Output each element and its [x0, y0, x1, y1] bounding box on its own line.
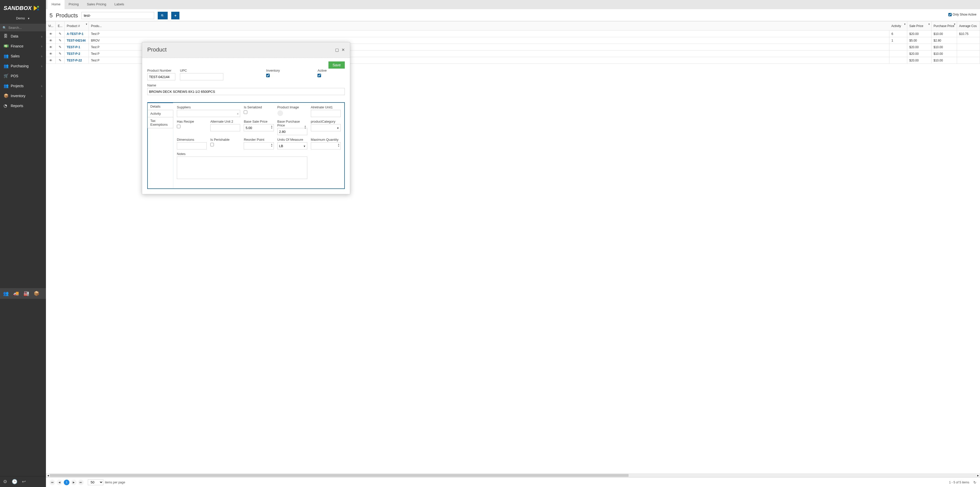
notes-textarea[interactable]: [177, 157, 307, 179]
search-button[interactable]: [158, 12, 168, 19]
tab-pricing[interactable]: Pricing: [65, 0, 83, 9]
upc-input[interactable]: [180, 73, 223, 80]
clock-icon[interactable]: [12, 479, 18, 484]
pager-current-page[interactable]: 1: [64, 480, 69, 485]
nav-item-sales[interactable]: Sales: [0, 51, 46, 61]
suppliers-input[interactable]: [177, 110, 240, 117]
dimensions-input[interactable]: [177, 142, 207, 149]
spinner-arrows-icon[interactable]: ▲▼: [304, 125, 306, 129]
edit-button[interactable]: [56, 30, 65, 37]
col-header[interactable]: Purchase Price: [932, 21, 957, 30]
close-icon[interactable]: [342, 48, 345, 52]
pager-last-button[interactable]: ⏭: [78, 480, 84, 485]
product-number-input[interactable]: [147, 73, 175, 80]
archive-icon[interactable]: [34, 291, 39, 296]
product-number-cell[interactable]: TEST-042144: [65, 37, 89, 44]
image-placeholder-icon[interactable]: [277, 110, 283, 116]
alt-unit1-input[interactable]: [311, 110, 341, 117]
perishable-checkbox[interactable]: [210, 143, 214, 146]
filter-icon[interactable]: [904, 22, 906, 26]
is-serialized-checkbox[interactable]: [244, 110, 247, 114]
spinner-arrows-icon[interactable]: ▲▼: [338, 143, 340, 148]
view-button[interactable]: [46, 44, 56, 51]
edit-button[interactable]: [56, 57, 65, 64]
reorder-input[interactable]: [244, 142, 274, 149]
col-header[interactable]: Produ...: [89, 21, 104, 30]
users-icon[interactable]: [3, 291, 9, 296]
only-show-active-checkbox[interactable]: [948, 13, 952, 16]
edit-button[interactable]: [56, 44, 65, 51]
refresh-icon[interactable]: [974, 481, 977, 484]
industry-icon[interactable]: [24, 291, 29, 296]
truck-icon[interactable]: [13, 291, 19, 296]
filter-icon[interactable]: [86, 22, 88, 26]
page-title: 5 Products: [49, 12, 78, 19]
detail-tab-details[interactable]: Details: [148, 103, 173, 110]
horizontal-scrollbar[interactable]: ◀ ▶: [46, 473, 980, 477]
scroll-right-arrow-icon[interactable]: ▶: [976, 474, 980, 477]
alt-unit2-input[interactable]: [210, 124, 240, 131]
col-header[interactable]: Product #: [65, 21, 89, 30]
product-number-cell[interactable]: TEST-P-22: [65, 57, 89, 64]
product-number-cell[interactable]: TEST-P-2: [65, 51, 89, 57]
inventory-checkbox[interactable]: [266, 74, 270, 77]
col-header[interactable]: Sale Price: [907, 21, 932, 30]
save-button[interactable]: Save: [328, 62, 345, 68]
detail-tab-activity[interactable]: Activity: [148, 110, 173, 117]
product-search-input[interactable]: [81, 12, 154, 19]
edit-button[interactable]: [56, 37, 65, 44]
clear-icon[interactable]: ×: [237, 112, 239, 116]
pager-prev-button[interactable]: ◀: [57, 480, 62, 485]
org-name: Demo: [16, 16, 25, 20]
gear-icon[interactable]: [3, 479, 7, 484]
active-checkbox[interactable]: [318, 74, 321, 77]
page-size-select[interactable]: 50: [88, 479, 103, 485]
max-qty-input[interactable]: [311, 142, 341, 149]
col-header[interactable]: Vi...: [46, 21, 56, 30]
nav-item-purchasing[interactable]: Purchasing: [0, 61, 46, 71]
view-button[interactable]: [46, 37, 56, 44]
detail-tab-tax-exemptions[interactable]: Tax Exemptions: [148, 117, 173, 128]
col-header[interactable]: E...: [56, 21, 65, 30]
nav-item-data[interactable]: Data: [0, 31, 46, 41]
product-number-cell[interactable]: A-TEST-P-1: [65, 30, 89, 37]
col-header[interactable]: Activity: [889, 21, 907, 30]
nav-item-reports[interactable]: Reports: [0, 101, 46, 111]
sidebar-search-input[interactable]: [8, 26, 43, 30]
field-perishable: Is Perishable: [210, 138, 240, 149]
edit-button[interactable]: [56, 51, 65, 57]
tab-labels[interactable]: Labels: [110, 0, 128, 9]
only-show-active[interactable]: Only Show Active: [948, 13, 977, 16]
spinner-arrows-icon[interactable]: ▲▼: [271, 125, 273, 129]
nav-item-finance[interactable]: Finance: [0, 41, 46, 51]
scroll-thumb[interactable]: [50, 474, 628, 477]
field-is-serialized: Is Serialized: [244, 105, 274, 117]
base-purchase-input[interactable]: [277, 128, 307, 135]
category-select[interactable]: [311, 124, 341, 131]
nav-item-inventory[interactable]: Inventory: [0, 91, 46, 101]
spinner-arrows-icon[interactable]: ▲▼: [271, 143, 273, 148]
nav-item-projects[interactable]: Projects: [0, 81, 46, 91]
base-sale-input[interactable]: [244, 124, 274, 131]
nav-item-pos[interactable]: POS: [0, 71, 46, 81]
tab-home[interactable]: Home: [48, 0, 65, 9]
col-header[interactable]: Average Cos: [957, 21, 980, 30]
product-number-cell[interactable]: TEST-P-1: [65, 44, 89, 51]
name-input[interactable]: [147, 88, 345, 95]
view-button[interactable]: [46, 51, 56, 57]
tab-sales-pricing[interactable]: Sales Pricing: [83, 0, 110, 9]
has-recipe-checkbox[interactable]: [177, 125, 180, 128]
filter-icon[interactable]: [928, 22, 930, 26]
org-selector[interactable]: Demo: [0, 14, 46, 24]
add-product-button[interactable]: [171, 12, 180, 19]
logout-icon[interactable]: [22, 479, 26, 484]
pager-first-button[interactable]: ⏮: [49, 480, 55, 485]
filter-icon[interactable]: [953, 22, 956, 26]
pager-next-button[interactable]: ▶: [71, 480, 76, 485]
maximize-icon[interactable]: [335, 48, 339, 52]
sidebar-search[interactable]: [0, 24, 46, 31]
view-button[interactable]: [46, 30, 56, 37]
uom-select[interactable]: [277, 142, 307, 149]
view-button[interactable]: [46, 57, 56, 64]
scroll-left-arrow-icon[interactable]: ◀: [46, 474, 50, 477]
